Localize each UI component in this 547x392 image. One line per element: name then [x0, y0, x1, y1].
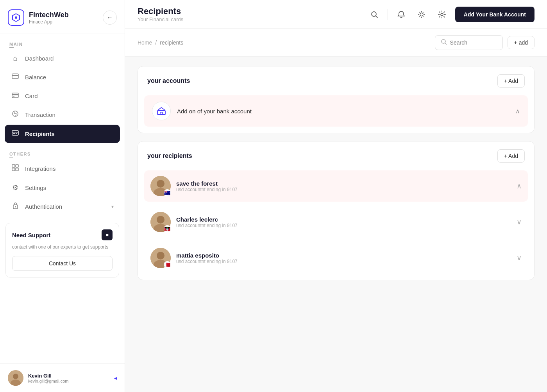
sidebar-item-authentication[interactable]: Authentication ▾	[5, 197, 120, 216]
recipient-left-1: 🇦🇺 save the forest usd accountnt ending …	[150, 176, 238, 196]
sidebar: FintechWeb Finace App ← MAIN ⌂ Dashboard…	[0, 0, 125, 392]
support-icon: ■	[102, 229, 113, 240]
recipient-name-2: Charles leclerc	[176, 216, 238, 223]
svg-line-31	[419, 16, 420, 17]
recipient-flag-3: 🇧🇭	[164, 261, 171, 268]
svg-rect-35	[157, 111, 165, 115]
svg-rect-8	[12, 131, 18, 135]
svg-rect-5	[12, 94, 18, 95]
sidebar-section-main: MAIN ⌂ Dashboard Balance Card	[0, 34, 125, 144]
account-bank-icon	[152, 102, 171, 120]
recipients-icon	[11, 129, 20, 138]
svg-rect-2	[12, 74, 18, 79]
dashboard-icon: ⌂	[11, 54, 20, 63]
support-header: Need Support ■	[12, 229, 113, 240]
sidebar-item-transaction[interactable]: Transaction	[5, 106, 120, 124]
sidebar-item-settings[interactable]: ⚙ Settings	[5, 179, 120, 197]
sidebar-section-others: OTHERS Integrations ⚙ Settings Authentic…	[0, 144, 125, 217]
card-label: Card	[25, 93, 38, 99]
authentication-icon	[11, 202, 20, 211]
settings-icon-button[interactable]	[435, 7, 449, 21]
recipient-row-chevron-up-icon[interactable]: ∧	[517, 182, 522, 190]
list-item[interactable]: 🇧🇭 mattia esposito usd accountnt ending …	[144, 242, 528, 274]
recipient-flag-2: 🇦🇬	[164, 225, 171, 232]
sidebar-item-card[interactable]: Card	[5, 87, 120, 105]
breadcrumb-home[interactable]: Home	[138, 39, 152, 46]
search-icon-button[interactable]	[367, 7, 381, 21]
notification-icon-button[interactable]	[394, 7, 408, 21]
svg-line-30	[424, 12, 424, 13]
svg-line-22	[375, 16, 377, 18]
balance-label: Balance	[25, 74, 46, 81]
authentication-label: Authentication	[25, 203, 62, 210]
recipient-flag-1: 🇦🇺	[164, 189, 171, 196]
recipient-row-3-chevron-down-icon[interactable]: ∨	[517, 254, 522, 262]
page-title-block: Recipients Your Financial cards	[138, 6, 183, 22]
list-item[interactable]: 🇦🇬 Charles leclerc usd accountnt ending …	[144, 206, 528, 238]
svg-line-28	[419, 12, 420, 13]
recipient-row-chevron-down-icon[interactable]: ∨	[517, 218, 522, 226]
svg-rect-12	[12, 165, 15, 167]
card-icon	[11, 92, 20, 100]
breadcrumb-current: recipients	[160, 39, 183, 46]
svg-point-17	[15, 206, 16, 208]
svg-rect-14	[12, 168, 15, 171]
logo-text: FintechWeb Finace App	[29, 11, 69, 25]
recipient-avatar-wrap-2: 🇦🇬	[150, 212, 171, 232]
dashboard-label: Dashboard	[25, 55, 54, 62]
recipients-add-button[interactable]: + Add	[497, 149, 525, 163]
search-input[interactable]	[450, 39, 497, 46]
account-row: Add on of your bank account ∧	[144, 95, 528, 127]
svg-rect-4	[12, 93, 18, 98]
sidebar-item-balance[interactable]: Balance	[5, 68, 120, 86]
sub-bar: Home / recipients + add	[125, 29, 547, 57]
transaction-label: Transaction	[25, 111, 55, 118]
recipient-left-3: 🇧🇭 mattia esposito usd accountnt ending …	[150, 248, 238, 268]
auth-left: Authentication	[11, 202, 62, 211]
transaction-icon	[11, 110, 20, 119]
logo: FintechWeb Finace App	[8, 9, 69, 26]
logo-icon	[8, 9, 24, 26]
list-item[interactable]: 🇦🇺 save the forest usd accountnt ending …	[144, 170, 528, 202]
recipients-title: your recipients	[147, 152, 192, 159]
back-button[interactable]: ←	[103, 11, 117, 25]
app-subtitle: Finace App	[29, 19, 69, 25]
accounts-section: your accounts + Add Add on of your bank …	[138, 66, 534, 133]
recipient-name-3: mattia esposito	[176, 252, 238, 259]
recipient-left-2: 🇦🇬 Charles leclerc usd accountnt ending …	[150, 212, 238, 232]
user-email: kevin.gill@gmail.com	[28, 379, 68, 383]
account-row-left: Add on of your bank account	[152, 102, 252, 120]
recipient-account-1: usd accountnt ending in 9107	[176, 187, 238, 192]
settings-icon: ⚙	[11, 183, 20, 192]
top-bar-actions: Add Your Bank Account	[367, 7, 534, 22]
others-nav: Integrations ⚙ Settings Authentication ▾	[0, 159, 125, 216]
svg-rect-3	[12, 75, 18, 76]
page-subtitle: Your Financial cards	[138, 16, 183, 22]
sidebar-item-dashboard[interactable]: ⌂ Dashboard	[5, 50, 120, 67]
breadcrumb: Home / recipients	[138, 39, 183, 46]
sidebar-item-integrations[interactable]: Integrations	[5, 159, 120, 178]
page-title: Recipients	[138, 6, 183, 16]
recipient-name-1: save the forest	[176, 180, 238, 187]
recipients-label: Recipients	[25, 131, 55, 137]
accounts-add-button[interactable]: + Add	[497, 74, 525, 88]
add-bank-button[interactable]: Add Your Bank Account	[455, 7, 534, 22]
main-label-first: M	[9, 42, 14, 48]
user-info: Kevin Gill kevin.gill@gmail.com	[8, 370, 68, 386]
sidebar-footer: Kevin Gill kevin.gill@gmail.com ◂	[0, 363, 125, 392]
svg-rect-13	[16, 165, 18, 167]
others-label-rest: THERS	[13, 152, 31, 156]
contact-us-button[interactable]: Contact Us	[12, 256, 113, 271]
account-row-chevron-up-icon[interactable]: ∧	[515, 107, 520, 115]
user-details: Kevin Gill kevin.gill@gmail.com	[28, 373, 68, 383]
svg-point-19	[13, 374, 18, 379]
add-link-button[interactable]: + add	[508, 36, 534, 49]
settings-label: Settings	[25, 184, 46, 191]
sidebar-item-recipients[interactable]: Recipients	[5, 125, 120, 143]
collapse-sidebar-icon[interactable]: ◂	[114, 375, 117, 381]
recipient-info-1: save the forest usd accountnt ending in …	[176, 180, 238, 192]
recipient-info-3: mattia esposito usd accountnt ending in …	[176, 252, 238, 264]
theme-toggle-button[interactable]	[415, 7, 429, 21]
main-nav: ⌂ Dashboard Balance Card Transaction	[0, 50, 125, 143]
recipient-list: 🇦🇺 save the forest usd accountnt ending …	[138, 170, 534, 280]
